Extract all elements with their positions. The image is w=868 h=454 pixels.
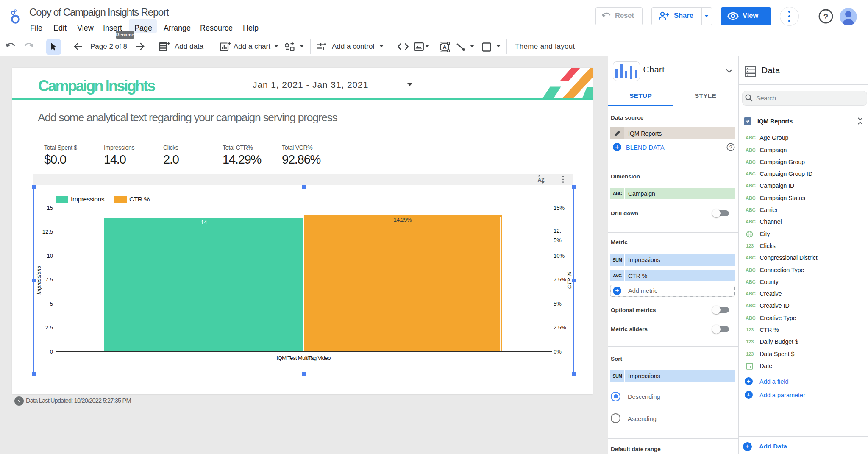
svg-text:AZ: AZ	[538, 177, 545, 183]
svg-text:A: A	[442, 44, 447, 50]
svg-text:?: ?	[823, 12, 829, 21]
svg-text:?: ?	[729, 145, 732, 150]
